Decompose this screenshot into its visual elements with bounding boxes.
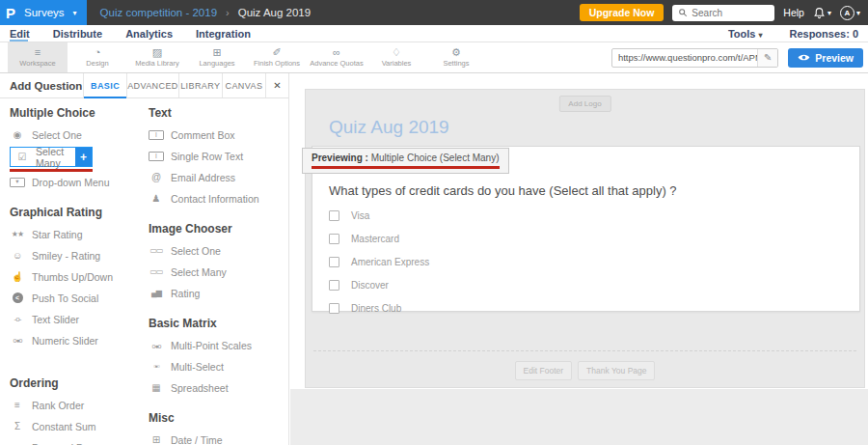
- image-icon: ▨: [152, 47, 162, 58]
- qtype-push-to-social[interactable]: < Push To Social: [10, 288, 137, 309]
- qtype-email-address[interactable]: @ Email Address: [149, 167, 281, 188]
- qtype-thumbs-up-down[interactable]: ☝ Thumbs Up/Down: [10, 266, 137, 288]
- qtype-rank-order[interactable]: ≡ Rank Order: [10, 395, 137, 416]
- qtype-multi-point-scales[interactable]: o●o Multi-Point Scales: [149, 335, 281, 356]
- search-icon: [678, 8, 688, 17]
- avatar: A: [840, 6, 854, 20]
- gear-icon: ⚙: [451, 47, 461, 58]
- nav-right: Tools ▾ Responses: 0: [728, 28, 858, 40]
- option-row-mastercard[interactable]: Mastercard: [329, 227, 429, 250]
- panel-title: Add Question: [0, 73, 83, 97]
- quotas-icon: ∞: [333, 47, 340, 58]
- survey-url-field[interactable]: https://www.questionpro.com/t/APNrFZ ✎: [611, 48, 778, 68]
- toolbar-languages[interactable]: ⊞ Languages: [187, 42, 247, 72]
- question-text[interactable]: What types of credit cards do you have (…: [329, 183, 677, 198]
- qtype-contact-information[interactable]: ♟ Contact Information: [149, 188, 281, 209]
- chart-icon: ▄▆: [149, 290, 164, 297]
- options-list: Visa Mastercard American Express Discove…: [329, 204, 429, 320]
- toolbar-workspace[interactable]: ≡ Workspace: [8, 42, 68, 72]
- qtype-single-row-text[interactable]: I Single Row Text: [149, 146, 281, 167]
- survey-nav: Edit Distribute Analytics Integration To…: [0, 25, 868, 42]
- toolbar-settings[interactable]: ⚙ Settings: [426, 42, 486, 72]
- tools-menu[interactable]: Tools ▾: [728, 28, 763, 40]
- share-icon: <: [13, 292, 23, 303]
- close-icon[interactable]: ✕: [265, 73, 288, 97]
- option-checkbox[interactable]: [329, 257, 339, 267]
- qtype-select-many[interactable]: ☑ Select Many +: [10, 147, 93, 167]
- qtype-date-time[interactable]: ⊞ Date / Time: [149, 430, 281, 445]
- option-checkbox[interactable]: [329, 210, 339, 221]
- option-checkbox[interactable]: [329, 280, 339, 291]
- nav-tab-edit[interactable]: Edit: [10, 25, 30, 42]
- qtype-dropdown-menu[interactable]: ▾ Drop-down Menu: [10, 172, 137, 193]
- surveys-menu-label: Surveys: [24, 7, 65, 18]
- account-menu[interactable]: A ▾: [840, 6, 860, 20]
- upgrade-now-button[interactable]: Upgrade Now: [580, 4, 665, 21]
- toolbar-variables[interactable]: ♢ Variables: [366, 42, 426, 72]
- tab-canvas[interactable]: CANVAS: [222, 73, 265, 97]
- edit-footer-button[interactable]: Edit Footer: [515, 361, 573, 380]
- option-checkbox[interactable]: [329, 303, 339, 314]
- section-multiple-choice: Multiple Choice: [10, 106, 137, 120]
- add-select-many-button[interactable]: +: [75, 148, 92, 166]
- notifications-menu[interactable]: ▾: [813, 7, 831, 19]
- panel-column-2: Text I Comment Box I Single Row Text @ E…: [137, 100, 281, 445]
- page-background: [290, 389, 868, 445]
- nav-tab-integration[interactable]: Integration: [196, 25, 251, 42]
- qtype-select-many-active: ☑ Select Many +: [10, 147, 137, 172]
- qtype-smiley-rating[interactable]: ☺ Smiley - Rating: [10, 245, 137, 266]
- section-basic-matrix: Basic Matrix: [149, 317, 281, 330]
- qtype-multi-select[interactable]: ▫▪▫ Multi-Select: [149, 356, 281, 377]
- preview-button[interactable]: Preview: [788, 48, 863, 68]
- option-checkbox[interactable]: [329, 234, 339, 244]
- edit-url-icon[interactable]: ✎: [757, 49, 777, 67]
- scale-icon: o●o: [149, 343, 164, 349]
- previewing-badge: Previewing : Multiple Choice (Select Man…: [302, 148, 509, 174]
- breadcrumb-separator: ›: [226, 7, 230, 18]
- toolbar-media-library[interactable]: ▨ Media Library: [127, 42, 187, 72]
- search-input[interactable]: [692, 8, 769, 18]
- option-row-visa[interactable]: Visa: [329, 204, 429, 227]
- qtype-text-slider[interactable]: -o- Text Slider: [10, 309, 137, 330]
- qtype-image-select-one[interactable]: ▭▭ Select One: [149, 240, 281, 262]
- breadcrumb-parent[interactable]: Quiz competition - 2019: [100, 7, 217, 18]
- red-underline: [312, 166, 500, 169]
- help-link[interactable]: Help: [783, 7, 804, 18]
- topbar-right: Upgrade Now Help ▾ A ▾: [580, 0, 868, 25]
- toolbar-finish-options[interactable]: ✐ Finish Options: [247, 42, 307, 72]
- qtype-comment-box[interactable]: I Comment Box: [149, 125, 281, 146]
- survey-title[interactable]: Quiz Aug 2019: [329, 117, 449, 138]
- previewing-value: Multiple Choice (Select Many): [371, 153, 500, 163]
- responses-count[interactable]: Responses: 0: [789, 28, 858, 40]
- qtype-numeric-slider[interactable]: o●o Numeric Slider: [10, 330, 137, 351]
- translate-icon: ⊞: [212, 47, 221, 58]
- chevron-down-icon: ▾: [856, 9, 860, 17]
- thank-you-page-button[interactable]: Thank You Page: [578, 361, 655, 380]
- tag-icon: ♢: [392, 47, 401, 58]
- qtype-drag-and-drop[interactable]: ↖ Drag and Drop: [10, 437, 137, 445]
- option-row-discover[interactable]: Discover: [329, 273, 429, 296]
- tab-advanced[interactable]: ADVANCED: [126, 73, 178, 97]
- qtype-select-one[interactable]: ◉ Select One: [10, 125, 137, 146]
- qtype-constant-sum[interactable]: Σ Constant Sum: [10, 416, 137, 437]
- list-icon: ≡: [10, 401, 25, 410]
- section-misc: Misc: [149, 411, 281, 425]
- add-logo-button[interactable]: Add Logo: [558, 96, 610, 112]
- toolbar-advance-quotas[interactable]: ∞ Advance Quotas: [307, 42, 366, 72]
- qtype-star-rating[interactable]: ★★ Star Rating: [10, 224, 137, 245]
- toolbar-design[interactable]: ◔ Design: [68, 42, 127, 72]
- option-row-diners-club[interactable]: Diners Club: [329, 296, 429, 320]
- tab-library[interactable]: LIBRARY: [178, 73, 222, 97]
- at-icon: @: [149, 173, 164, 182]
- option-row-american-express[interactable]: American Express: [329, 250, 429, 273]
- app-logo-menu[interactable]: P Surveys ▾: [0, 0, 87, 25]
- content-area: Add Question BASIC ADVANCED LIBRARY CANV…: [0, 73, 868, 445]
- tab-basic[interactable]: BASIC: [83, 73, 126, 97]
- qtype-spreadsheet[interactable]: ▦ Spreadsheet: [149, 377, 281, 399]
- nav-tab-distribute[interactable]: Distribute: [53, 25, 102, 42]
- chevron-down-icon: ▾: [73, 9, 77, 17]
- global-search[interactable]: [672, 5, 774, 21]
- qtype-image-select-many[interactable]: ▭▭ Select Many: [149, 262, 281, 283]
- nav-tab-analytics[interactable]: Analytics: [125, 25, 173, 42]
- qtype-image-rating[interactable]: ▄▆ Rating: [149, 283, 281, 304]
